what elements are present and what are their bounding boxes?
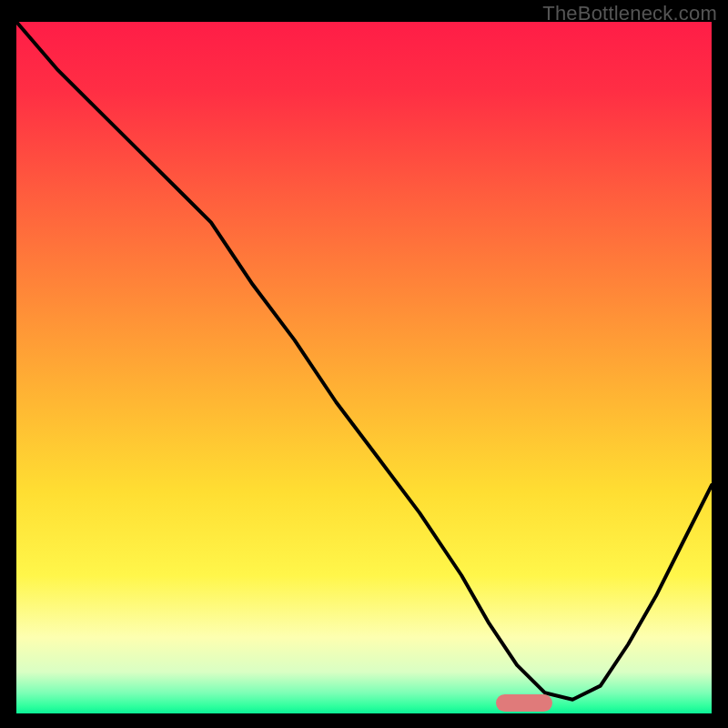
chart-container: TheBottleneck.com <box>0 0 728 728</box>
bottleneck-curve <box>16 22 712 713</box>
optimum-marker <box>496 694 552 711</box>
watermark-text: TheBottleneck.com <box>542 2 717 25</box>
plot-area <box>16 22 712 713</box>
curve-path <box>16 22 712 700</box>
